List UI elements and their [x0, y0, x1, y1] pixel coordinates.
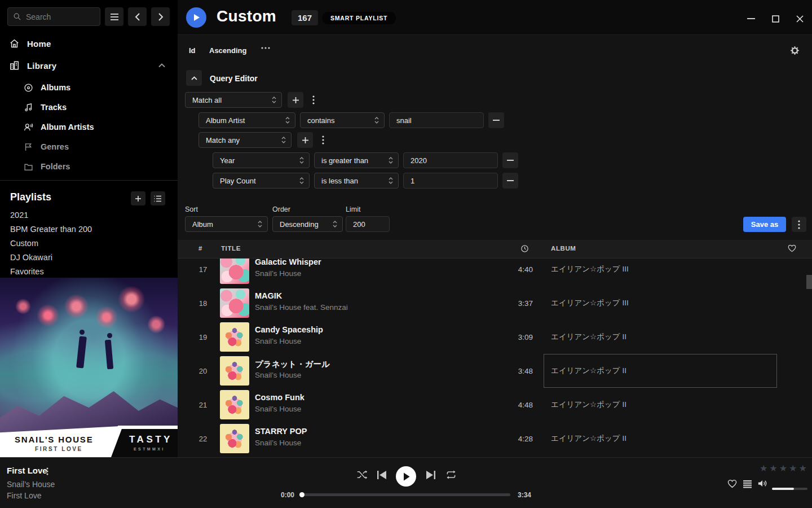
track-artist[interactable]: Snail’s House — [255, 405, 301, 413]
table-row[interactable]: 18 MAGIK Snail’s House feat. Sennzai 3:3… — [178, 286, 812, 320]
remove-rule-button[interactable] — [502, 173, 518, 189]
table-row[interactable]: 20 プラネット・ガール Snail’s House 3:48 エイリアン☆ポッ… — [178, 354, 812, 388]
window-minimize-button[interactable] — [746, 14, 756, 24]
kebab-menu-icon[interactable] — [318, 132, 328, 148]
add-playlist-button[interactable] — [131, 191, 145, 205]
track-title[interactable]: STARRY POP — [255, 427, 307, 436]
track-artist[interactable]: Snail’s House — [255, 371, 301, 379]
volume-slider[interactable] — [772, 488, 807, 490]
table-row[interactable]: 22 STARRY POP Snail’s House 4:28 エイリアン☆ポ… — [178, 422, 812, 456]
table-row[interactable]: 19 Candy Spaceship Snail’s House 3:09 エイ… — [178, 320, 812, 354]
search-input[interactable] — [26, 12, 88, 21]
playlist-item[interactable]: Custom — [10, 239, 168, 251]
sidebar-item-folders[interactable]: Folders — [0, 158, 178, 175]
play-playlist-button[interactable] — [186, 7, 206, 28]
track-title[interactable]: Cosmo Funk — [255, 393, 304, 402]
previous-track-icon[interactable] — [377, 471, 386, 479]
rule-value-input[interactable] — [404, 173, 497, 188]
sidebar-item-library[interactable]: Library — [0, 57, 178, 74]
playlist-item[interactable]: BPM Greater than 200 — [10, 225, 168, 237]
rule-operator-select[interactable]: contains — [300, 112, 385, 128]
limit-input[interactable] — [346, 217, 389, 231]
seek-bar[interactable] — [302, 493, 510, 496]
kebab-menu-icon[interactable] — [308, 92, 319, 108]
track-title[interactable]: Galactic Whisper — [255, 259, 321, 266]
search-box[interactable] — [7, 7, 100, 26]
rating-star-icon[interactable]: ★ — [769, 463, 777, 474]
play-button[interactable] — [396, 466, 416, 487]
shuffle-icon[interactable] — [356, 470, 368, 480]
track-album[interactable]: エイリアン☆ポップ II — [551, 422, 776, 456]
scrollbar-thumb[interactable] — [806, 275, 812, 289]
column-index[interactable]: # — [198, 245, 202, 252]
rating-star-icon[interactable]: ★ — [779, 463, 787, 474]
rule-field-select[interactable]: Play Count — [213, 173, 310, 189]
rule-field-select[interactable]: Year — [213, 152, 310, 168]
add-rule-button-group2[interactable] — [297, 132, 313, 148]
rule-value-input[interactable] — [404, 153, 497, 168]
track-title[interactable]: MAGIK — [255, 291, 282, 300]
rule-operator-select[interactable]: is greater than — [314, 152, 399, 168]
track-album[interactable]: エイリアン☆ポップ II — [551, 320, 776, 354]
clock-icon[interactable] — [520, 244, 529, 253]
sidebar-item-genres[interactable]: Genres — [0, 138, 178, 155]
track-artist[interactable]: Snail’s House — [255, 269, 301, 278]
rating-stars[interactable]: ★★★★★ — [760, 463, 807, 474]
window-maximize-button[interactable] — [770, 14, 780, 24]
order-select[interactable]: Descending — [272, 216, 343, 232]
column-album[interactable]: ALBUM — [551, 245, 576, 252]
track-album[interactable]: エイリアン☆ポップ II — [551, 388, 776, 422]
rating-star-icon[interactable]: ★ — [789, 463, 797, 474]
sidebar-item-home[interactable]: Home — [0, 35, 178, 52]
match-select-group2[interactable]: Match any — [198, 132, 292, 148]
window-close-button[interactable] — [795, 14, 805, 24]
match-select-group1[interactable]: Match all — [185, 92, 282, 108]
column-title[interactable]: TITLE — [221, 245, 241, 252]
now-playing-title[interactable]: First Love — [7, 466, 47, 475]
heart-column-icon[interactable] — [788, 244, 796, 252]
rule-operator-select[interactable]: is less than — [314, 173, 399, 189]
sidebar-item-tracks[interactable]: Tracks — [0, 99, 178, 116]
save-as-button[interactable]: Save as — [743, 217, 786, 232]
rating-star-icon[interactable]: ★ — [760, 463, 767, 474]
more-options-icon[interactable] — [261, 47, 270, 49]
chevron-up-icon[interactable] — [158, 63, 165, 68]
track-title[interactable]: Candy Spaceship — [255, 325, 323, 334]
track-album[interactable]: エイリアン☆ポップ III — [551, 286, 776, 320]
favorite-heart-icon[interactable] — [727, 479, 737, 488]
remove-rule-button[interactable] — [488, 112, 504, 128]
table-row[interactable]: 21 Cosmo Funk Snail’s House 4:48 エイリアン☆ポ… — [178, 388, 812, 422]
sidebar-item-albums[interactable]: Albums — [0, 79, 178, 96]
queue-icon[interactable] — [743, 480, 752, 488]
collapse-query-editor-button[interactable] — [186, 70, 202, 86]
kebab-menu-icon[interactable] — [792, 217, 806, 232]
now-playing-artist[interactable]: Snail’s House — [7, 480, 55, 489]
rule-field-select[interactable]: Album Artist — [198, 112, 295, 128]
add-rule-button-group1[interactable] — [288, 92, 303, 108]
sidebar-item-album-artists[interactable]: Album Artists — [0, 119, 178, 135]
sort-select[interactable]: Album — [185, 216, 268, 232]
next-track-icon[interactable] — [426, 471, 435, 479]
track-artist[interactable]: Snail’s House — [255, 439, 301, 447]
playlist-item[interactable]: 2021 — [10, 211, 168, 223]
now-playing-album[interactable]: First Love — [7, 491, 41, 500]
repeat-icon[interactable] — [445, 470, 457, 480]
remove-rule-button[interactable] — [502, 152, 518, 168]
seek-handle[interactable] — [299, 492, 304, 497]
volume-icon[interactable] — [758, 479, 767, 488]
menu-button[interactable] — [105, 7, 123, 26]
nav-forward-button[interactable] — [151, 7, 170, 26]
rule-value-input[interactable] — [390, 113, 483, 128]
playlist-list-button[interactable] — [151, 191, 165, 205]
track-title[interactable]: プラネット・ガール — [255, 359, 330, 370]
rating-star-icon[interactable]: ★ — [798, 463, 806, 474]
track-artist[interactable]: Snail’s House feat. Sennzai — [255, 303, 348, 312]
sort-field-button[interactable]: Id — [189, 46, 196, 55]
track-artist[interactable]: Snail’s House — [255, 337, 301, 345]
sort-direction-button[interactable]: Ascending — [209, 46, 246, 55]
gear-icon[interactable] — [790, 46, 800, 55]
kebab-menu-icon[interactable] — [46, 467, 48, 475]
nav-back-button[interactable] — [128, 7, 147, 26]
track-album[interactable]: エイリアン☆ポップ III — [551, 259, 776, 286]
playlist-item[interactable]: DJ Okawari — [10, 253, 168, 265]
